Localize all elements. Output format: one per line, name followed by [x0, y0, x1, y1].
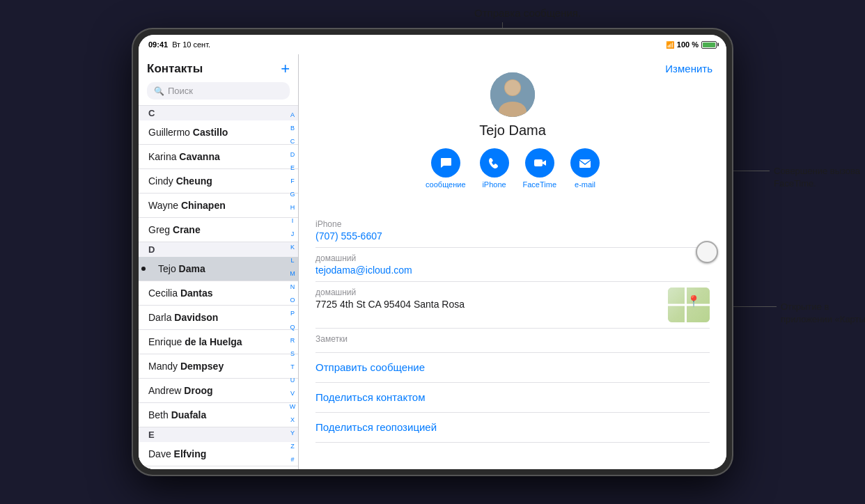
contact-last: de la Huelga — [185, 336, 242, 347]
contact-first: Enrique — [148, 336, 185, 347]
index-e[interactable]: E — [290, 165, 295, 171]
status-right: 📶 100 % — [666, 40, 717, 49]
share-location-link-row[interactable]: Поделиться геопозицией — [315, 413, 710, 443]
index-bar[interactable]: A B C D E F G H I J K L M — [287, 106, 298, 469]
map-thumbnail[interactable]: 📍 — [668, 288, 710, 322]
index-j[interactable]: J — [291, 231, 295, 237]
index-f[interactable]: F — [290, 178, 295, 184]
index-i[interactable]: I — [292, 218, 294, 224]
share-contact-link[interactable]: Поделиться контактом — [315, 391, 426, 403]
contact-first: Dave — [148, 448, 174, 459]
selected-dot — [141, 267, 146, 271]
contact-first: Darla — [148, 312, 174, 323]
status-time: 09:41 — [148, 40, 168, 49]
index-b[interactable]: B — [290, 125, 295, 132]
contact-row[interactable]: Guillermo Castillo — [139, 120, 298, 145]
index-o[interactable]: O — [290, 297, 295, 304]
device-frame: 09:41 Вт 10 сент. 📶 100 % Ко — [133, 29, 732, 475]
contact-first: Karina — [148, 151, 179, 162]
index-q[interactable]: Q — [290, 324, 295, 331]
index-l[interactable]: L — [290, 258, 294, 264]
index-x[interactable]: X — [290, 417, 295, 423]
index-h[interactable]: H — [290, 205, 295, 211]
section-header-d: D — [139, 242, 298, 257]
battery-icon — [701, 41, 717, 49]
search-input[interactable]: Поиск — [168, 86, 193, 96]
index-hash[interactable]: # — [290, 457, 294, 463]
battery-percent: 100 % — [677, 40, 699, 49]
contact-first: Andrew — [148, 385, 184, 396]
add-contact-button[interactable]: + — [281, 61, 290, 77]
home-button[interactable] — [696, 241, 718, 263]
contact-row[interactable]: Mandy Dempsey — [139, 354, 298, 379]
share-location-link[interactable]: Поделиться геопозицией — [315, 421, 437, 433]
index-u[interactable]: U — [290, 377, 295, 384]
contact-last: Cavanna — [179, 151, 219, 162]
app-container: Контакты + 🔍 Поиск C Guillermo Castillo — [139, 54, 726, 469]
index-n[interactable]: N — [290, 284, 295, 290]
contact-detail-header: Tejo Dama сообщение — [315, 65, 710, 214]
contact-row[interactable]: Beth Duafala — [139, 403, 298, 427]
index-t[interactable]: T — [290, 364, 295, 370]
contact-first: Wayne — [148, 200, 181, 211]
email-value[interactable]: tejodama@icloud.com — [315, 265, 710, 276]
index-r[interactable]: R — [290, 338, 295, 344]
index-p[interactable]: P — [290, 310, 295, 317]
status-left: 09:41 Вт 10 сент. — [148, 40, 210, 49]
index-g[interactable]: G — [290, 191, 295, 198]
search-icon: 🔍 — [154, 86, 164, 96]
svg-rect-4 — [534, 159, 543, 166]
index-a[interactable]: A — [290, 112, 295, 118]
message-icon-circle — [431, 148, 460, 178]
email-button-label: e-mail — [575, 180, 595, 189]
email-row: домашний tejodama@icloud.com — [315, 248, 710, 282]
contact-row[interactable]: Greg Crane — [139, 218, 298, 242]
action-phone-button[interactable]: iPhone — [480, 148, 509, 189]
contact-row[interactable]: Andrew Droog — [139, 379, 298, 403]
index-v[interactable]: V — [290, 391, 295, 397]
action-message-button[interactable]: сообщение — [426, 148, 466, 189]
edit-button[interactable]: Изменить — [665, 63, 712, 74]
send-message-link[interactable]: Отправить сообщение — [315, 361, 425, 373]
contact-row[interactable]: Enrique de la Huelga — [139, 330, 298, 354]
search-bar[interactable]: 🔍 Поиск — [147, 82, 290, 100]
battery-fill — [703, 42, 715, 47]
index-z[interactable]: Z — [290, 443, 295, 450]
contact-row-selected[interactable]: Tejo Dama — [139, 257, 298, 281]
contact-last: Elfving — [174, 448, 207, 459]
notes-row: Заметки — [315, 329, 710, 353]
contact-row[interactable]: Jocelyn Engstrom — [139, 466, 298, 469]
phone-value[interactable]: (707) 555-6607 — [315, 230, 710, 242]
contact-row[interactable]: Dave Elfving — [139, 442, 298, 466]
svg-point-3 — [505, 80, 520, 95]
contact-row[interactable]: Wayne Chinapen — [139, 194, 298, 218]
index-s[interactable]: S — [290, 351, 295, 357]
share-contact-link-row[interactable]: Поделиться контактом — [315, 383, 710, 413]
contact-last: Cheung — [176, 175, 212, 187]
contact-row[interactable]: Cindy Cheung — [139, 169, 298, 194]
index-y[interactable]: Y — [290, 430, 295, 436]
contact-last: Droog — [184, 385, 212, 396]
index-c[interactable]: C — [290, 139, 295, 145]
action-facetime-button[interactable]: FaceTime — [523, 148, 557, 189]
contact-row[interactable]: Cecilia Dantas — [139, 281, 298, 306]
contact-first: Cecilia — [148, 288, 180, 299]
action-email-button[interactable]: e-mail — [570, 148, 600, 189]
index-k[interactable]: K — [290, 244, 295, 251]
section-header-e: E — [139, 427, 298, 442]
email-label: домашний — [315, 253, 710, 263]
address-label: домашний — [315, 288, 465, 297]
send-message-link-row[interactable]: Отправить сообщение — [315, 353, 710, 383]
address-value: 7725 4th St CA 95404 Santa Rosa — [315, 299, 465, 310]
contact-row[interactable]: Darla Davidson — [139, 306, 298, 330]
index-m[interactable]: M — [290, 271, 295, 277]
index-d[interactable]: D — [290, 152, 295, 158]
contact-row[interactable]: Karina Cavanna — [139, 145, 298, 169]
annotation-maps: Открытие в приложении «Карты». — [714, 301, 865, 326]
index-w[interactable]: W — [290, 404, 296, 410]
contact-fullname: Tejo Dama — [479, 123, 546, 139]
contacts-list: C Guillermo Castillo Karina Cavanna Cind… — [139, 106, 298, 469]
contact-first: Tejo — [148, 263, 179, 274]
message-button-label: сообщение — [426, 180, 466, 189]
device-wrapper: Отправка сообщения. Совершение вызова Fa… — [133, 29, 732, 475]
